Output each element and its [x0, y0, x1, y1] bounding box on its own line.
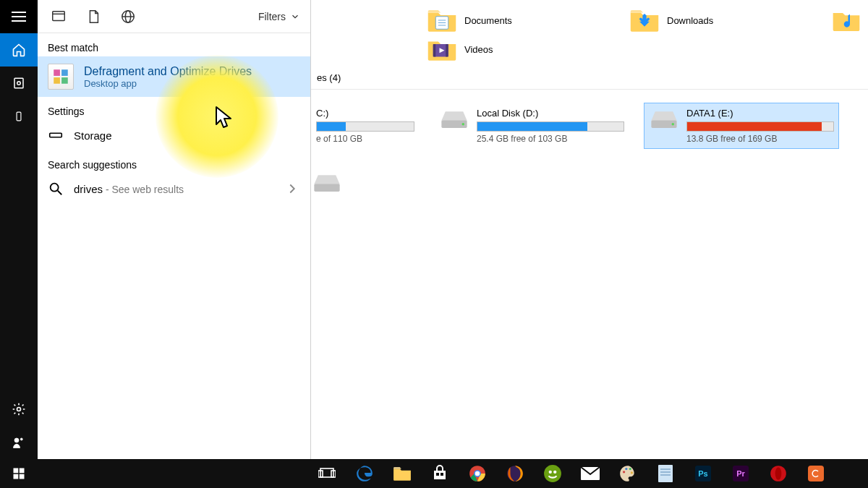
cortana-rail: [0, 0, 38, 459]
best-match-subtitle: Desktop app: [84, 78, 252, 89]
drive-label: Local Disk (D:): [477, 108, 624, 119]
drive-label: DATA1 (E:): [686, 108, 834, 119]
svg-point-54: [629, 468, 631, 470]
svg-point-61: [775, 467, 782, 479]
web-suggestion[interactable]: drives - See web results: [38, 174, 310, 204]
folder-label: Documents: [464, 15, 512, 26]
store-icon[interactable]: [430, 463, 450, 484]
scope-web-icon[interactable]: [120, 9, 136, 25]
svg-rect-5: [433, 44, 436, 57]
scope-documents-icon[interactable]: [85, 9, 101, 25]
edge-icon[interactable]: [354, 463, 375, 484]
opera-icon[interactable]: [768, 463, 788, 484]
task-view-icon[interactable]: [317, 463, 337, 484]
best-match-header: Best match: [38, 33, 310, 56]
svg-point-16: [17, 82, 21, 85]
scope-apps-icon[interactable]: [51, 9, 67, 25]
chrome-icon[interactable]: [467, 463, 488, 484]
notepad-icon[interactable]: [655, 463, 676, 484]
file-explorer-icon[interactable]: [392, 463, 412, 484]
best-match-result[interactable]: Defragment and Optimize Drives Desktop a…: [38, 56, 310, 97]
drive-free-text: e of 110 GB: [316, 134, 414, 144]
drive-c[interactable]: C:) e of 110 GB: [311, 103, 420, 149]
svg-point-19: [14, 438, 19, 442]
chevron-right-icon: [284, 181, 300, 197]
svg-rect-37: [14, 474, 19, 479]
folder-downloads[interactable]: Downloads: [629, 7, 767, 33]
drive-next-partial[interactable]: [311, 163, 340, 195]
devices-section: es (4) C:) e of 110 GB Local Disk (D:): [311, 72, 868, 195]
scope-icons: [38, 9, 136, 25]
hdd-icon: [439, 108, 469, 131]
taskbar-apps: Ps Pr: [311, 463, 826, 484]
hamburger-button[interactable]: [0, 0, 38, 33]
rail-home[interactable]: [0, 33, 38, 67]
folder-videos[interactable]: Videos: [427, 36, 564, 62]
hdd-icon: [649, 108, 679, 131]
svg-rect-15: [14, 78, 23, 88]
chevron-down-icon: [290, 12, 300, 22]
filters-dropdown[interactable]: Filters: [258, 11, 300, 22]
suggestions-header: Search suggestions: [38, 150, 310, 174]
drive-label: C:): [316, 108, 414, 119]
svg-rect-11: [315, 184, 340, 192]
folder-music-partial[interactable]: [832, 7, 861, 33]
folder-documents[interactable]: Documents: [427, 7, 564, 33]
rail-feedback[interactable]: [0, 426, 38, 459]
usage-bar: [686, 121, 834, 132]
defrag-icon: [48, 64, 74, 90]
rail-settings[interactable]: [0, 393, 38, 426]
settings-header: Settings: [38, 97, 310, 120]
downloads-icon: [629, 7, 660, 33]
paint-icon[interactable]: [618, 463, 638, 484]
photoshop-icon[interactable]: Ps: [693, 463, 713, 484]
camtasia-icon[interactable]: [806, 463, 826, 484]
best-match-title: Defragment and Optimize Drives: [84, 65, 252, 78]
music-icon: [832, 7, 861, 33]
taskbar: Ps Pr: [0, 459, 868, 488]
drive-e[interactable]: DATA1 (E:) 13.8 GB free of 169 GB: [644, 103, 839, 149]
usage-bar: [316, 121, 414, 132]
svg-rect-56: [658, 465, 673, 482]
drives-row: C:) e of 110 GB Local Disk (D:) 25.4 GB …: [311, 95, 868, 195]
mail-icon[interactable]: [580, 463, 600, 484]
premiere-icon[interactable]: Pr: [731, 463, 751, 484]
svg-rect-26: [54, 69, 60, 76]
folder-label: Downloads: [667, 15, 713, 26]
svg-point-48: [544, 465, 561, 482]
svg-line-32: [58, 191, 62, 195]
svg-point-46: [475, 471, 480, 476]
videos-icon: [427, 36, 457, 62]
drive-d[interactable]: Local Disk (D:) 25.4 GB free of 103 GB: [434, 103, 629, 149]
svg-point-49: [549, 471, 552, 474]
devices-header: es (4): [311, 72, 868, 89]
svg-point-20: [20, 438, 22, 440]
svg-point-18: [17, 408, 21, 411]
svg-rect-29: [61, 77, 68, 84]
folders-row: Documents Downloads: [311, 0, 868, 33]
svg-rect-27: [61, 69, 68, 76]
rail-notebook[interactable]: [0, 67, 38, 100]
firefox-icon[interactable]: [505, 463, 525, 484]
svg-rect-36: [20, 468, 25, 474]
svg-point-10: [672, 123, 675, 126]
svg-rect-42: [436, 473, 439, 476]
svg-point-8: [462, 123, 465, 126]
svg-rect-35: [14, 468, 19, 474]
hdd-icon: [312, 171, 342, 194]
search-icon: [48, 181, 64, 197]
svg-rect-30: [50, 133, 62, 137]
start-button[interactable]: [0, 459, 38, 488]
suggestion-text: drives - See web results: [74, 183, 184, 195]
rail-device[interactable]: [0, 100, 38, 133]
storage-icon: [48, 127, 64, 143]
svg-point-55: [631, 471, 633, 474]
app-green-icon[interactable]: [542, 463, 563, 484]
svg-point-52: [623, 471, 625, 473]
settings-item-label: Storage: [74, 129, 112, 142]
svg-rect-17: [17, 112, 21, 121]
svg-rect-21: [53, 11, 65, 20]
settings-storage[interactable]: Storage: [38, 120, 310, 150]
documents-icon: [427, 7, 457, 33]
usage-bar: [477, 121, 624, 132]
